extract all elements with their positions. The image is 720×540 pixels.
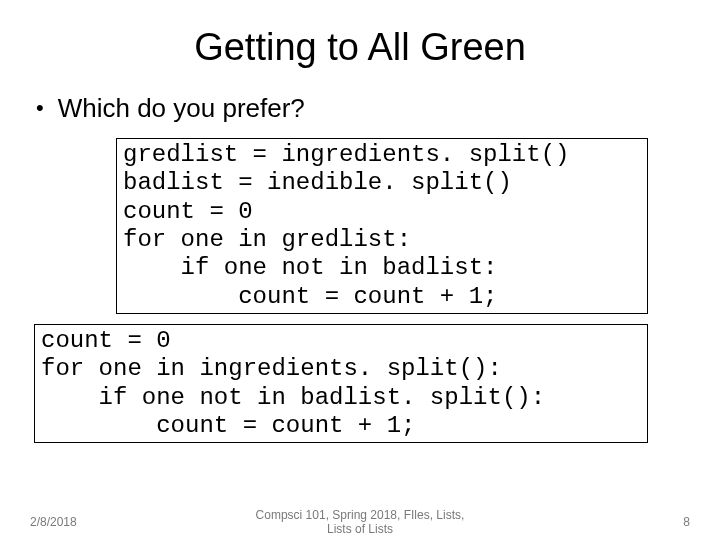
code-block-1: gredlist = ingredients. split() badlist …	[116, 138, 648, 314]
bullet-item: • Which do you prefer?	[36, 93, 696, 124]
slide-title: Getting to All Green	[24, 26, 696, 69]
code-block-2: count = 0 for one in ingredients. split(…	[34, 324, 648, 443]
bullet-text: Which do you prefer?	[58, 93, 305, 124]
footer-center-line1: Compsci 101, Spring 2018, FIles, Lists,	[256, 508, 465, 522]
footer-page-number: 8	[683, 515, 690, 529]
bullet-dot-icon: •	[36, 93, 44, 123]
slide: Getting to All Green • Which do you pref…	[0, 0, 720, 540]
footer-center-line2: Lists of Lists	[327, 522, 393, 536]
footer-center: Compsci 101, Spring 2018, FIles, Lists, …	[0, 508, 720, 537]
